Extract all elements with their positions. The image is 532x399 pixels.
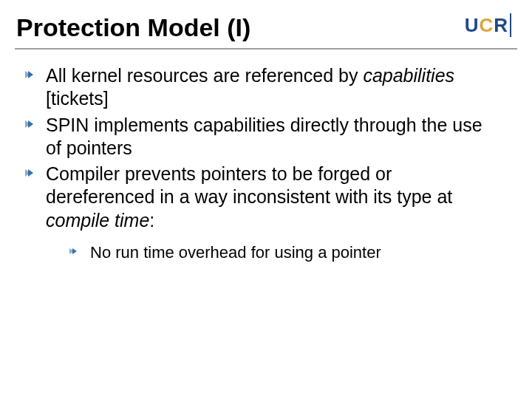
slide-title: Protection Model (I) [16,13,250,42]
slide-content: All kernel resources are referenced by c… [0,64,532,263]
logo-bar-icon [510,13,511,37]
bullet-emphasis: capabilities [363,65,454,86]
bullet-text: SPIN implements capabilities directly th… [46,115,482,158]
bullet-text: No run time overhead for using a pointer [90,243,381,262]
bullet-text: Compiler prevents pointers to be forged … [46,163,452,207]
bullet-text: [tickets] [46,88,109,109]
list-item: SPIN implements capabilities directly th… [24,114,502,160]
bullet-text: All kernel resources are referenced by [46,65,363,86]
bullet-text: : [149,210,154,231]
logo-letter-r: R [494,14,508,37]
sub-bullet-list: No run time overhead for using a pointer [68,242,502,264]
title-divider [15,48,517,50]
bullet-emphasis: compile time [46,210,149,231]
logo-letter-u: U [465,14,480,37]
list-item: No run time overhead for using a pointer [68,242,502,264]
bullet-list: All kernel resources are referenced by c… [24,64,502,263]
list-item: All kernel resources are referenced by c… [24,64,502,111]
ucr-logo: UCR [465,13,511,37]
list-item: Compiler prevents pointers to be forged … [24,163,502,263]
logo-letter-c: C [479,14,494,37]
